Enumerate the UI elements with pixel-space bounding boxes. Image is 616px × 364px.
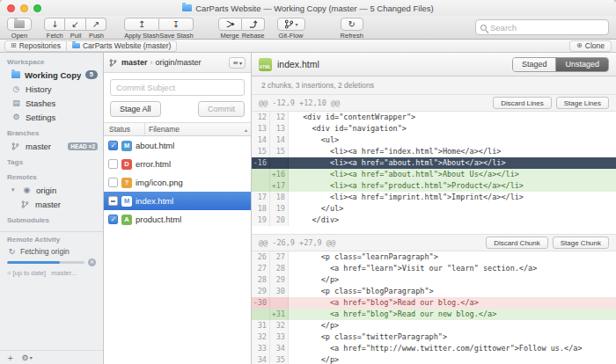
new-line-number: [270, 297, 289, 309]
stage-all-button[interactable]: Stage All: [110, 101, 161, 117]
file-row[interactable]: ? img/icon.png: [104, 173, 251, 192]
activity-detail-text: = [up to date] master...: [0, 267, 103, 277]
diff-line[interactable]: 32 33 <p class="twitterParagraph">: [252, 331, 616, 343]
pull-label: Pull: [65, 32, 85, 40]
file-row[interactable]: M index.html: [104, 192, 251, 210]
search-field[interactable]: [475, 19, 609, 35]
diff-line[interactable]: 15 15 <li><a href="index.html">Home</a><…: [252, 146, 616, 157]
current-repo-folder-icon: [72, 43, 80, 48]
sidebar-item-history[interactable]: ◷ History: [0, 82, 103, 96]
old-line-number: [252, 169, 270, 180]
stage-chunk-button[interactable]: Stage Chunk: [553, 237, 609, 249]
merge-button[interactable]: Merge: [218, 18, 242, 40]
sidebar-item-remote-origin[interactable]: ▾ ◉ origin: [0, 183, 103, 197]
diff-line[interactable]: +17 <li><a href="product.html">Product</…: [252, 180, 616, 192]
remote-activity-label: Remote Activity: [0, 234, 103, 245]
diff-code-text: <p class="blogParagraph">: [289, 286, 616, 297]
add-button[interactable]: +: [7, 353, 14, 362]
view-options-caret-icon: ▾: [239, 60, 242, 66]
new-line-number: +17: [270, 180, 289, 192]
history-label: History: [26, 84, 52, 94]
diff-line[interactable]: 18 19 </ul>: [252, 203, 616, 215]
sidebar-item-remote-master[interactable]: master: [0, 197, 103, 211]
commit-button[interactable]: Commit: [198, 101, 245, 117]
open-button[interactable]: Open: [7, 18, 32, 40]
file-row[interactable]: A product.html: [104, 210, 251, 229]
minimize-window-button[interactable]: [20, 4, 28, 12]
diff-line[interactable]: +31 <a href="blog">Read our new blog.</a…: [252, 309, 616, 320]
current-branch-label[interactable]: master: [121, 58, 148, 67]
filename-column-header[interactable]: Filename ▴: [145, 123, 251, 135]
stage-checkbox[interactable]: [108, 159, 118, 169]
discard-chunk-button[interactable]: Discard Chunk: [486, 237, 547, 249]
old-line-number: 31: [252, 320, 270, 331]
upstream-branch-label[interactable]: origin/master: [156, 58, 202, 67]
push-label: Push: [86, 32, 106, 40]
titlebar[interactable]: CarParts Website — Working Copy (master …: [0, 0, 616, 16]
sidebar-item-working-copy[interactable]: Working Copy 5: [0, 68, 103, 82]
diff-line[interactable]: 26 27 <p class="learnParagraph">: [252, 251, 616, 263]
diff-line[interactable]: -16 <li><a href="about.html">About</a></…: [252, 157, 616, 169]
diff-line[interactable]: 33 34 <a href="http://www.twitter.com/gi…: [252, 343, 616, 354]
diff-line[interactable]: 27 28 <a href="learn">Visit our "learn" …: [252, 263, 616, 274]
staged-tab[interactable]: Staged: [513, 58, 556, 71]
diff-line[interactable]: 19 20 </div>: [252, 215, 616, 226]
remote-master-label: master: [35, 200, 61, 209]
old-line-number: 32: [252, 331, 270, 343]
diff-line[interactable]: 14 14 <ul>: [252, 135, 616, 146]
file-name: index.html: [136, 196, 173, 206]
zoom-window-button[interactable]: [33, 4, 41, 12]
diff-line[interactable]: 13 13 <div id="navigation">: [252, 123, 616, 135]
stage-checkbox[interactable]: [108, 178, 118, 187]
unstaged-tab[interactable]: Unstaged: [555, 58, 608, 71]
refresh-button[interactable]: ↻ Refresh: [341, 18, 363, 40]
action-menu-button[interactable]: ⚙ ▾: [22, 353, 33, 362]
diff-line[interactable]: +16 <li><a href="about.html">About Us</a…: [252, 169, 616, 180]
diff-line[interactable]: 34 35 </p>: [252, 354, 616, 364]
rebase-button[interactable]: Rebase: [242, 18, 265, 40]
diff-code-text: <p class="learnParagraph">: [289, 251, 616, 263]
fetch-button[interactable]: ↓ Fetch: [44, 18, 65, 40]
old-line-number: 33: [252, 343, 270, 354]
apply-stash-button[interactable]: ↥ Apply Stash: [124, 18, 159, 40]
commit-pane: master › origin/master ≡ ▾ Stage All Com…: [104, 53, 252, 364]
sidebar-item-stashes[interactable]: ▤ Stashes: [0, 96, 103, 110]
diff-line[interactable]: 12 12 <div id="contentWrapper">: [252, 112, 616, 123]
old-line-number: 27: [252, 263, 270, 274]
file-row[interactable]: M about.html: [104, 136, 251, 155]
push-button[interactable]: ↗ Push: [86, 18, 106, 40]
new-line-number: 12: [270, 112, 289, 123]
view-options-button[interactable]: ≡ ▾: [229, 57, 246, 69]
breadcrumb-current-repo[interactable]: CarParts Website (master): [67, 40, 177, 52]
discard-lines-button[interactable]: Discard Lines: [493, 97, 551, 109]
diff-line[interactable]: 29 30 <p class="blogParagraph">: [252, 286, 616, 297]
file-row[interactable]: D error.html: [104, 155, 251, 173]
status-column-header[interactable]: Status: [104, 123, 145, 135]
sidebar-item-settings[interactable]: ⚙ Settings: [0, 110, 103, 124]
diff-code-text: </p>: [289, 320, 616, 331]
pull-icon: ↙: [71, 20, 78, 29]
search-input[interactable]: [490, 23, 604, 33]
merge-icon: [225, 19, 235, 29]
diff-code-text: <a href="http://www.twitter.com/gittower…: [289, 343, 616, 354]
diff-line[interactable]: -30 <a href="blog">Read our blog.</a>: [252, 297, 616, 309]
diff-line[interactable]: 17 18 <li><a href="imprint.html">Imprint…: [252, 192, 616, 203]
stage-checkbox[interactable]: [108, 141, 118, 150]
save-stash-button[interactable]: ↧ Save Stash: [159, 18, 193, 40]
file-name: product.html: [136, 215, 181, 224]
close-window-button[interactable]: [7, 4, 15, 12]
commit-subject-input[interactable]: [110, 79, 245, 96]
new-line-number: 15: [270, 146, 289, 157]
cancel-fetch-button[interactable]: ×: [88, 258, 96, 266]
stage-lines-button[interactable]: Stage Lines: [556, 97, 609, 109]
sidebar-item-branch-master[interactable]: master HEAD ×2: [0, 139, 103, 153]
diff-line[interactable]: 31 32 </p>: [252, 320, 616, 331]
breadcrumb-repositories[interactable]: ⊞ Repositories: [4, 40, 67, 52]
stage-checkbox[interactable]: [108, 215, 118, 224]
disclosure-triangle-icon[interactable]: ▾: [11, 186, 18, 193]
clone-button[interactable]: ⊕ Clone: [569, 40, 612, 52]
stage-checkbox[interactable]: [108, 196, 118, 206]
diff-line[interactable]: 28 29 </p>: [252, 274, 616, 286]
gitflow-button[interactable]: ▾ Git-Flow: [277, 18, 305, 40]
pull-button[interactable]: ↙ Pull: [65, 18, 85, 40]
